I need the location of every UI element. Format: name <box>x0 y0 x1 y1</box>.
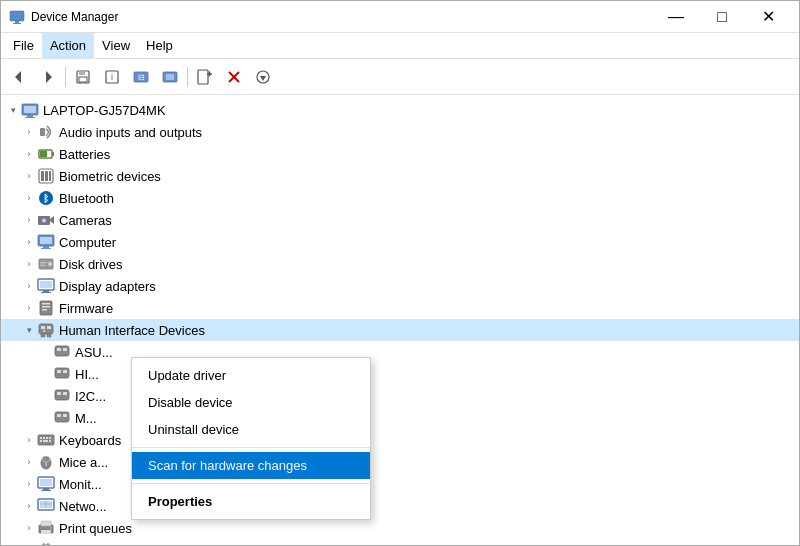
tree-root[interactable]: ▾ LAPTOP-GJ57D4MK <box>1 99 799 121</box>
tree-computer[interactable]: › Computer <box>1 231 799 253</box>
monitors-label: Monit... <box>59 477 102 492</box>
tree-batteries[interactable]: › Batteries <box>1 143 799 165</box>
svg-point-37 <box>42 218 47 223</box>
back-button[interactable] <box>5 63 33 91</box>
print-icon <box>37 519 55 537</box>
svg-rect-69 <box>55 412 69 422</box>
tree-bluetooth[interactable]: › ᛒ Bluetooth <box>1 187 799 209</box>
remove-device-button[interactable] <box>220 63 248 91</box>
computer-label: Computer <box>59 235 116 250</box>
firmware-label: Firmware <box>59 301 113 316</box>
hid1-label: ASU... <box>75 345 113 360</box>
network-icon <box>37 497 55 515</box>
cameras-label: Cameras <box>59 213 112 228</box>
ctx-disable-device[interactable]: Disable device <box>132 389 370 416</box>
tree-print[interactable]: › Print queues <box>1 517 799 539</box>
tree-hid-1[interactable]: ASU... <box>1 341 799 363</box>
window-title: Device Manager <box>31 10 653 24</box>
network-expand-icon: › <box>21 498 37 514</box>
svg-rect-44 <box>40 262 47 264</box>
tree-processors[interactable]: › Processors <box>1 539 799 545</box>
audio-icon <box>37 123 55 141</box>
tree-network[interactable]: › Netwo... <box>1 495 799 517</box>
ctx-properties[interactable]: Properties <box>132 488 370 515</box>
processors-icon <box>37 541 55 545</box>
add-driver-button[interactable] <box>191 63 219 91</box>
close-button[interactable]: ✕ <box>745 1 791 33</box>
svg-rect-45 <box>40 265 45 267</box>
svg-point-94 <box>50 527 52 529</box>
svg-rect-0 <box>10 11 24 21</box>
svg-rect-60 <box>55 346 69 356</box>
processors-label: Processors <box>59 543 124 546</box>
ctx-uninstall-device[interactable]: Uninstall device <box>132 416 370 443</box>
svg-rect-7 <box>79 77 87 82</box>
menu-file[interactable]: File <box>5 33 42 58</box>
svg-rect-76 <box>49 437 51 439</box>
svg-rect-93 <box>41 530 51 534</box>
monitors-expand-icon: › <box>21 476 37 492</box>
keyboard-icon <box>37 431 55 449</box>
tree-biometric[interactable]: › Biometric devices <box>1 165 799 187</box>
biometric-icon <box>37 167 55 185</box>
menu-action[interactable]: Action <box>42 33 94 58</box>
tree-cameras[interactable]: › Cameras <box>1 209 799 231</box>
toolbar-separator-1 <box>65 67 66 87</box>
tree-keyboard[interactable]: › Keyboards <box>1 429 799 451</box>
svg-rect-85 <box>43 488 49 490</box>
scan-hardware-button[interactable] <box>156 63 184 91</box>
tree-disk[interactable]: › Disk drives <box>1 253 799 275</box>
update-driver-button[interactable] <box>249 63 277 91</box>
menu-help[interactable]: Help <box>138 33 181 58</box>
save-button[interactable] <box>69 63 97 91</box>
properties-button[interactable]: i <box>98 63 126 91</box>
remove-button[interactable]: ⊟ <box>127 63 155 91</box>
maximize-button[interactable]: □ <box>699 1 745 33</box>
minimize-button[interactable]: — <box>653 1 699 33</box>
svg-rect-73 <box>40 437 42 439</box>
device-tree[interactable]: ▾ LAPTOP-GJ57D4MK › <box>1 95 799 545</box>
svg-rect-40 <box>43 246 49 248</box>
print-expand-icon: › <box>21 520 37 536</box>
hid-expand-icon: ▾ <box>21 322 37 338</box>
svg-rect-22 <box>24 106 36 113</box>
bluetooth-label: Bluetooth <box>59 191 114 206</box>
cameras-icon <box>37 211 55 229</box>
display-expand-icon: › <box>21 278 37 294</box>
keyboard-label: Keyboards <box>59 433 121 448</box>
window-controls: — □ ✕ <box>653 1 791 33</box>
svg-rect-30 <box>41 171 44 181</box>
bluetooth-icon: ᛒ <box>37 189 55 207</box>
svg-rect-77 <box>40 440 42 442</box>
svg-rect-66 <box>55 390 69 400</box>
svg-rect-27 <box>52 152 54 156</box>
ctx-update-driver[interactable]: Update driver <box>132 362 370 389</box>
tree-mice[interactable]: › Mice a... <box>1 451 799 473</box>
biometric-expand-icon: › <box>21 168 37 184</box>
svg-rect-84 <box>40 479 52 486</box>
tree-audio[interactable]: › Audio inputs and outputs <box>1 121 799 143</box>
hid-label: Human Interface Devices <box>59 323 205 338</box>
tree-firmware[interactable]: › Firmware <box>1 297 799 319</box>
tree-display[interactable]: › Display adapters <box>1 275 799 297</box>
tree-monitors[interactable]: › Monit... <box>1 473 799 495</box>
tree-hid-3[interactable]: I2C... <box>1 385 799 407</box>
batteries-expand-icon: › <box>21 146 37 162</box>
tree-hid-2[interactable]: HI... <box>1 363 799 385</box>
disk-label: Disk drives <box>59 257 123 272</box>
tree-hid-4[interactable]: M... <box>1 407 799 429</box>
ctx-scan-changes[interactable]: Scan for hardware changes <box>132 452 370 479</box>
tree-hid[interactable]: ▾ Human Interface Devices <box>1 319 799 341</box>
menu-view[interactable]: View <box>94 33 138 58</box>
device-manager-window: Device Manager — □ ✕ File Action View He… <box>0 0 800 546</box>
svg-rect-63 <box>55 368 69 378</box>
toolbar: i ⊟ <box>1 59 799 95</box>
svg-rect-78 <box>43 440 48 442</box>
batteries-label: Batteries <box>59 147 110 162</box>
svg-rect-54 <box>39 324 53 334</box>
main-content: ▾ LAPTOP-GJ57D4MK › <box>1 95 799 545</box>
svg-rect-2 <box>13 23 21 24</box>
ctx-separator <box>132 447 370 448</box>
forward-button[interactable] <box>34 63 62 91</box>
ctx-separator-2 <box>132 483 370 484</box>
